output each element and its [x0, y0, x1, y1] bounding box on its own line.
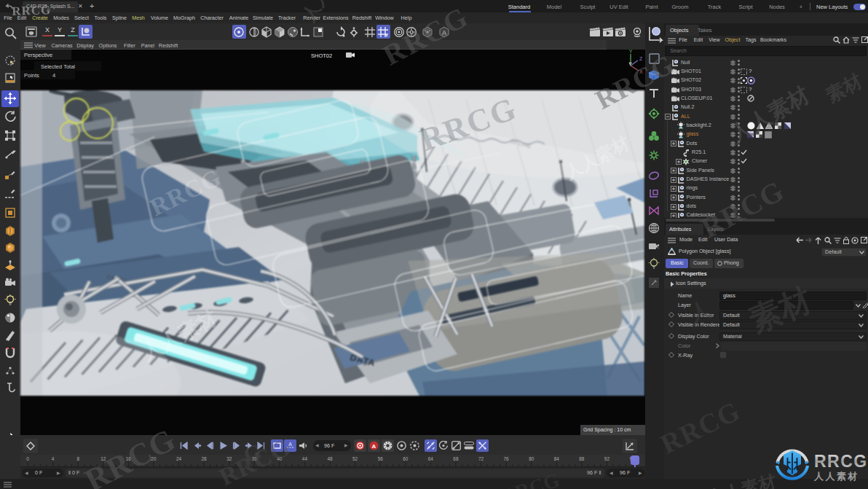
svg-text:64: 64 — [428, 456, 434, 461]
svg-text:Y: Y — [629, 50, 633, 54]
svg-text:A: A — [372, 443, 376, 450]
svg-text:人人素材: 人人素材 — [813, 471, 859, 482]
svg-text:56: 56 — [378, 456, 384, 461]
svg-text:48: 48 — [327, 456, 333, 461]
svg-text:80: 80 — [529, 456, 534, 461]
svg-text:84: 84 — [554, 456, 560, 461]
svg-text:60: 60 — [403, 456, 409, 461]
svg-text:52: 52 — [352, 456, 358, 461]
svg-text:76: 76 — [504, 456, 510, 461]
svg-text:92: 92 — [604, 456, 610, 461]
svg-text:8: 8 — [76, 456, 79, 461]
svg-text:0: 0 — [26, 456, 29, 461]
svg-text:44: 44 — [302, 456, 308, 461]
svg-text:RRCG: RRCG — [814, 452, 868, 471]
svg-text:88: 88 — [579, 456, 585, 461]
svg-text:72: 72 — [478, 456, 484, 461]
svg-text:68: 68 — [453, 456, 459, 461]
svg-text:4: 4 — [52, 456, 55, 461]
svg-text:28: 28 — [202, 456, 208, 461]
svg-text:24: 24 — [176, 456, 182, 461]
